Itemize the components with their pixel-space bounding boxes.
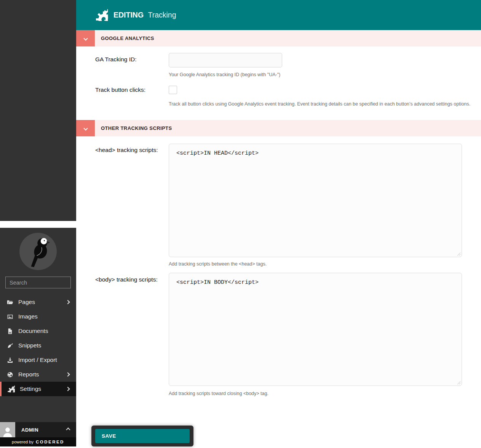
page-title-prefix: EDITING [113,11,144,19]
avatar [0,422,15,437]
body-tracking-scripts-textarea[interactable]: <script>IN BODY</script> [169,273,462,386]
sidebar-spacer-panel [0,0,76,221]
sidebar-item-snippets[interactable]: Snippets [0,338,76,353]
page-title: EDITING Tracking [113,11,176,19]
image-icon [7,314,13,320]
document-icon [7,328,13,334]
sidebar-item-settings[interactable]: Settings [0,382,76,396]
page-title-name: Tracking [148,11,176,19]
sidebar-item-label: Images [18,313,38,320]
field-help-text: Track all button clicks using Google Ana… [169,101,470,107]
snippet-leaf-icon [7,342,13,349]
sidebar: Pages Images Documents Snippets Import /… [0,228,76,446]
section-title: OTHER TRACKING SCRIPTS [101,125,172,131]
powered-by-footer: powered by CodeRed [0,437,76,446]
sidebar-item-label: Documents [18,328,48,334]
field-help-text: Add tracking scripts toward closing <bod… [169,391,268,396]
section-title: GOOGLE ANALYTICS [101,35,154,41]
sidebar-item-label: Snippets [18,342,41,349]
gears-icon [7,386,15,392]
field-help-text: Add tracking scripts between the <head> … [169,261,267,267]
chevron-right-icon [66,372,70,376]
head-tracking-scripts-textarea[interactable]: <script>IN HEAD</script> [169,144,462,257]
chevron-right-icon [66,300,70,304]
main-content: EDITING Tracking GOOGLE ANALYTICS GA Tra… [76,0,481,448]
codered-brand: CodeRed [36,440,64,444]
sidebar-item-pages[interactable]: Pages [0,295,76,309]
page-header: EDITING Tracking [76,0,481,30]
gears-icon [94,9,108,21]
save-action-bar: SAVE [91,426,193,446]
field-help-text: Your Google Analytics tracking ID (begin… [169,72,280,77]
save-button[interactable]: SAVE [95,429,190,443]
folder-open-icon [7,299,13,306]
section-other-tracking-scripts: OTHER TRACKING SCRIPTS [76,120,481,136]
sidebar-item-import-export[interactable]: Import / Export [0,353,76,367]
sidebar-item-label: Reports [18,371,39,378]
sidebar-item-reports[interactable]: Reports [0,367,76,382]
powered-by-text: powered by [12,440,34,444]
wagtail-bird-icon [22,235,54,267]
sidebar-menu: Pages Images Documents Snippets Import /… [0,295,76,396]
user-icon [2,426,13,437]
chevron-down-icon [83,36,88,40]
field-label-body-tracking-scripts: <body> tracking scripts: [95,276,158,283]
section-google-analytics: GOOGLE ANALYTICS [76,30,481,46]
track-button-clicks-checkbox[interactable] [169,86,177,94]
chevron-up-icon [66,427,70,432]
sidebar-item-label: Import / Export [18,357,57,363]
search-input[interactable] [10,280,81,286]
ga-tracking-id-input[interactable] [169,53,282,67]
collapse-section-button[interactable] [76,120,95,136]
head-tracking-scripts-field: <script>IN HEAD</script> [169,144,462,257]
sidebar-item-label: Pages [18,299,35,306]
field-label-track-button-clicks: Track button clicks: [95,86,145,93]
sidebar-item-label: Settings [20,386,41,392]
site-logo[interactable] [19,233,57,270]
body-tracking-scripts-field: <script>IN BODY</script> [169,273,462,386]
account-menu[interactable]: ADMIN [0,422,76,437]
account-name: ADMIN [21,427,38,433]
sidebar-item-documents[interactable]: Documents [0,324,76,338]
chevron-right-icon [66,387,70,391]
download-icon [7,357,13,363]
sidebar-item-images[interactable]: Images [0,309,76,324]
field-label-head-tracking-scripts: <head> tracking scripts: [95,147,158,154]
collapse-section-button[interactable] [76,30,95,46]
sidebar-search [5,277,71,288]
chevron-down-icon [83,126,88,130]
globe-icon [7,371,13,378]
field-label-ga-tracking-id: GA Tracking ID: [95,56,137,63]
